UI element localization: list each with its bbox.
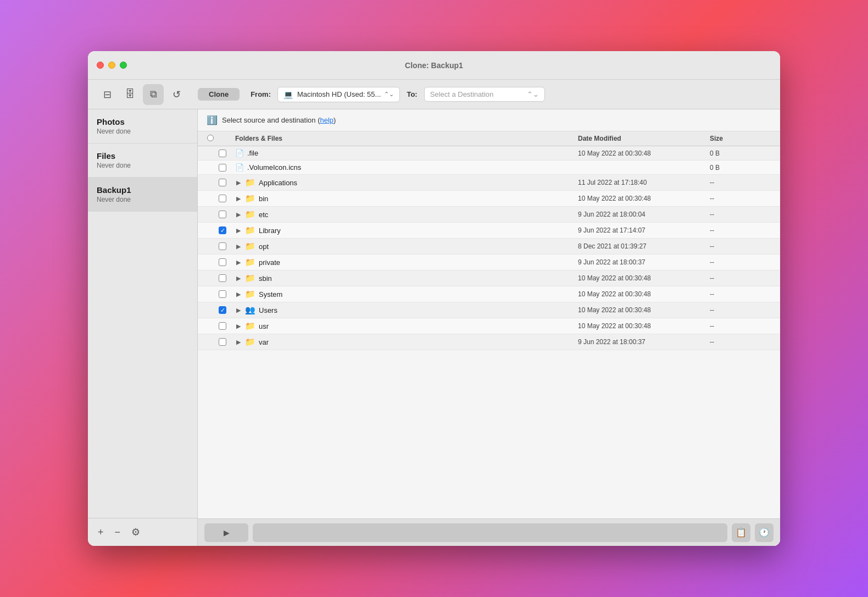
checkbox-file[interactable] <box>219 150 226 157</box>
content-area: Photos Never done Files Never done Backu… <box>88 109 780 546</box>
hd-icon: 💻 <box>283 90 293 99</box>
table-row: ▶ 📁 usr 10 May 2022 at 00:30:48 -- <box>198 318 780 334</box>
row-size: -- <box>710 179 776 186</box>
row-checkbox[interactable] <box>219 179 235 186</box>
expand-icon[interactable]: ▶ <box>235 290 242 299</box>
row-checkbox[interactable] <box>219 322 235 330</box>
file-icon: 📄 <box>235 163 244 172</box>
row-checkbox[interactable] <box>219 211 235 218</box>
checkbox-etc[interactable] <box>219 211 226 218</box>
log-icon: 📋 <box>736 527 747 538</box>
row-checkbox[interactable]: ✓ <box>219 306 235 314</box>
table-row: ▶ 📁 var 9 Jun 2022 at 18:00:37 -- <box>198 334 780 350</box>
row-filename: ▶ 📁 Library <box>235 225 578 235</box>
tab-sync[interactable]: ↺ <box>166 84 187 105</box>
sidebar-item-backup1-name: Backup1 <box>97 185 188 195</box>
expand-icon[interactable]: ▶ <box>235 210 242 219</box>
row-filename: ▶ 📁 etc <box>235 209 578 219</box>
sidebar-item-backup1[interactable]: Backup1 Never done <box>88 178 197 212</box>
expand-icon[interactable]: ▶ <box>235 306 242 315</box>
help-link[interactable]: help <box>320 116 334 124</box>
tab-clone[interactable]: ⧉ <box>143 84 164 105</box>
row-checkbox[interactable] <box>219 258 235 266</box>
row-checkbox[interactable] <box>219 274 235 282</box>
row-filename: 📄 .VolumeIcon.icns <box>235 163 578 172</box>
sidebar-item-photos[interactable]: Photos Never done <box>88 109 197 143</box>
row-checkbox[interactable] <box>219 150 235 157</box>
expand-icon[interactable]: ▶ <box>235 226 242 235</box>
row-date: 9 Jun 2022 at 18:00:04 <box>578 211 710 218</box>
checkbox-var[interactable] <box>219 338 226 346</box>
start-button[interactable]: ▶ <box>204 523 248 542</box>
sidebar-item-photos-status: Never done <box>97 128 188 135</box>
to-label: To: <box>407 90 417 98</box>
row-filename: ▶ 📁 sbin <box>235 273 578 283</box>
from-label: From: <box>251 90 271 98</box>
folder-icon: 📁 <box>245 321 255 331</box>
dest-dropdown[interactable]: Select a Destination ⌃⌄ <box>424 87 545 102</box>
row-checkbox[interactable] <box>219 338 235 346</box>
row-size: 0 B <box>710 164 776 172</box>
row-size: -- <box>710 322 776 330</box>
toolbar: ⊟ 🗄 ⧉ ↺ Clone From: 💻 Macintosh HD (Used… <box>88 80 780 109</box>
sidebar-item-files[interactable]: Files Never done <box>88 143 197 178</box>
file-label: private <box>259 258 280 267</box>
checkbox-applications[interactable] <box>219 179 226 186</box>
expand-icon[interactable]: ▶ <box>235 242 242 251</box>
row-size: -- <box>710 258 776 266</box>
expand-icon[interactable]: ▶ <box>235 258 242 267</box>
row-date: 9 Jun 2022 at 18:00:37 <box>578 258 710 266</box>
expand-icon[interactable]: ▶ <box>235 178 242 187</box>
tab-backup[interactable]: ⊟ <box>97 84 118 105</box>
row-checkbox[interactable] <box>219 195 235 202</box>
row-date: 10 May 2022 at 00:30:48 <box>578 322 710 330</box>
play-icon: ▶ <box>224 528 230 537</box>
row-date: 9 Jun 2022 at 17:14:07 <box>578 226 710 234</box>
checkbox-bin[interactable] <box>219 195 226 202</box>
dest-placeholder: Select a Destination <box>430 90 494 98</box>
checkbox-sbin[interactable] <box>219 274 226 282</box>
row-checkbox[interactable]: ✓ <box>219 226 235 234</box>
source-dropdown[interactable]: 💻 Macintosh HD (Used: 55... ⌃⌄ <box>277 87 400 102</box>
row-checkbox[interactable] <box>219 164 235 172</box>
table-row: ▶ 📁 sbin 10 May 2022 at 00:30:48 -- <box>198 270 780 286</box>
close-button[interactable] <box>97 62 104 69</box>
remove-item-button[interactable]: − <box>114 526 122 539</box>
expand-icon[interactable]: ▶ <box>235 322 242 331</box>
source-arrows-icon: ⌃⌄ <box>384 91 394 98</box>
row-checkbox[interactable] <box>219 290 235 298</box>
tab-restore[interactable]: 🗄 <box>120 84 141 105</box>
header-folders-files: Folders & Files <box>235 135 578 142</box>
log-button[interactable]: 📋 <box>732 523 750 542</box>
checkbox-system[interactable] <box>219 290 226 298</box>
folder-icon: 📁 <box>245 194 255 203</box>
row-checkbox[interactable] <box>219 242 235 250</box>
row-date: 9 Jun 2022 at 18:00:37 <box>578 338 710 346</box>
checkbox-usr[interactable] <box>219 322 226 330</box>
add-item-button[interactable]: + <box>97 526 105 539</box>
checkbox-library[interactable]: ✓ <box>219 226 226 234</box>
zoom-button[interactable] <box>120 62 127 69</box>
info-message: Select source and destination (help) <box>222 116 336 124</box>
expand-icon[interactable]: ▶ <box>235 194 242 203</box>
header-radio <box>202 135 219 142</box>
progress-bar <box>253 523 727 542</box>
titlebar: Clone: Backup1 <box>88 51 780 80</box>
dest-arrows-icon: ⌃⌄ <box>527 90 539 98</box>
checkbox-users[interactable]: ✓ <box>219 306 226 314</box>
row-size: -- <box>710 338 776 346</box>
expand-icon[interactable]: ▶ <box>235 338 242 347</box>
checkbox-volumeicon[interactable] <box>219 164 226 172</box>
file-label: .file <box>247 149 258 157</box>
minimize-button[interactable] <box>108 62 115 69</box>
checkbox-private[interactable] <box>219 258 226 266</box>
table-row: ▶ 📁 opt 8 Dec 2021 at 01:39:27 -- <box>198 239 780 255</box>
table-header: Folders & Files Date Modified Size <box>198 131 780 146</box>
row-filename: ▶ 📁 Applications <box>235 178 578 187</box>
expand-icon[interactable]: ▶ <box>235 274 242 283</box>
checkbox-opt[interactable] <box>219 242 226 250</box>
settings-button[interactable]: ⚙ <box>130 525 141 539</box>
history-button[interactable]: 🕐 <box>755 523 774 542</box>
row-size: -- <box>710 274 776 282</box>
file-label: opt <box>259 242 269 251</box>
